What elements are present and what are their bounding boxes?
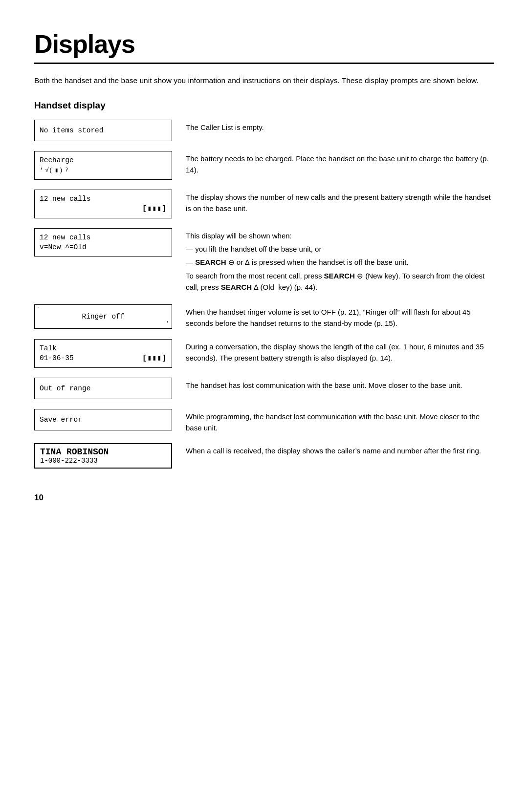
lcd-text-new-calls-2: 12 new calls: [40, 233, 167, 242]
lcd-caller-id: TINA ROBINSON 1-000-222-3333: [34, 443, 172, 469]
lcd-ringer-off: ` Ringer off ': [34, 304, 172, 329]
recharge-battery-symbol: ▮): [55, 166, 64, 175]
desc-nav-search-instructions: To search from the most recent call, pre…: [186, 270, 494, 293]
desc-new-calls-nav: This display will be shown when: — you l…: [186, 230, 494, 293]
recharge-icon-row: ' √( ▮) ʔ: [40, 166, 167, 175]
lcd-caller-number: 1-000-222-3333: [40, 457, 166, 465]
ringer-corner-tl: `: [37, 307, 41, 313]
desc-nav-dash2: — SEARCH ⊖ or ∆ is pressed when the hand…: [186, 256, 494, 268]
display-row-out-of-range: Out of range The handset has lost commun…: [34, 378, 494, 409]
recharge-bracket-open: √(: [45, 166, 53, 175]
display-row-new-calls-nav: 12 new calls v=New ^=Old This display wi…: [34, 228, 494, 304]
lcd-text-out-of-range: Out of range: [40, 384, 167, 393]
lcd-text-talk: Talk: [40, 343, 167, 353]
battery-bar-icon: [▮▮▮]: [142, 204, 167, 214]
lcd-caller-name: TINA ROBINSON: [40, 447, 166, 457]
lcd-text-nav-line: v=New ^=Old: [40, 242, 167, 252]
desc-new-calls-battery: The display shows the number of new call…: [186, 193, 491, 213]
desc-ringer-off: When the handset ringer volume is set to…: [186, 308, 471, 327]
intro-paragraph: Both the handset and the base unit show …: [34, 75, 494, 86]
section-title: Handset display: [34, 100, 494, 111]
lcd-save-error: Save error: [34, 409, 172, 430]
desc-no-items: The Caller List is empty.: [186, 123, 264, 131]
display-row-recharge: Recharge ' √( ▮) ʔ The battery needs to …: [34, 151, 494, 189]
ringer-corner-br: ': [166, 321, 169, 326]
search-bold-2: SEARCH: [324, 272, 355, 280]
lcd-new-calls-battery: 12 new calls [▮▮▮]: [34, 190, 172, 218]
battery-bar-talk: [▮▮▮]: [142, 353, 167, 363]
lcd-no-items: No items stored: [34, 120, 172, 141]
desc-out-of-range: The handset has lost communication with …: [186, 381, 462, 389]
search-bold-1: SEARCH: [195, 258, 226, 266]
recharge-symbol-left: ': [40, 167, 43, 175]
desc-caller-id: When a call is received, the display sho…: [186, 447, 481, 455]
display-row-no-items: No items stored The Caller List is empty…: [34, 120, 494, 151]
display-row-ringer-off: ` Ringer off ' When the handset ringer v…: [34, 304, 494, 339]
page-title: Displays: [34, 29, 494, 59]
lcd-out-of-range: Out of range: [34, 378, 172, 399]
lcd-text-recharge: Recharge: [40, 155, 167, 165]
desc-nav-intro: This display will be shown when:: [186, 230, 494, 241]
display-row-caller-id: TINA ROBINSON 1-000-222-3333 When a call…: [34, 443, 494, 478]
desc-recharge: The battery needs to be charged. Place t…: [186, 154, 489, 174]
desc-save-error: While programming, the handset lost comm…: [186, 412, 480, 432]
page-number: 10: [34, 493, 494, 503]
lcd-talk: Talk 01-06-35 [▮▮▮]: [34, 339, 172, 368]
lcd-text-save-error: Save error: [40, 415, 167, 425]
title-divider: [34, 63, 494, 64]
display-row-save-error: Save error While programming, the handse…: [34, 409, 494, 444]
lcd-battery-row: [▮▮▮]: [40, 204, 167, 214]
desc-talk: During a conversation, the display shows…: [186, 342, 484, 362]
lcd-recharge: Recharge ' √( ▮) ʔ: [34, 151, 172, 179]
displays-table: No items stored The Caller List is empty…: [34, 120, 494, 478]
display-row-new-calls-battery: 12 new calls [▮▮▮] The display shows the…: [34, 190, 494, 228]
lcd-text-no-items: No items stored: [40, 126, 167, 135]
desc-nav-dash1: — you lift the handset off the base unit…: [186, 243, 494, 255]
display-row-talk: Talk 01-06-35 [▮▮▮] During a conversatio…: [34, 339, 494, 378]
lcd-text-new-calls-1: 12 new calls: [40, 194, 167, 204]
lcd-timer-row: 01-06-35 [▮▮▮]: [40, 353, 167, 363]
search-bold-3: SEARCH: [221, 283, 252, 291]
lcd-timer-text: 01-06-35: [40, 353, 74, 363]
recharge-symbol-right: ʔ: [65, 167, 68, 174]
lcd-text-ringer: Ringer off: [82, 313, 124, 321]
lcd-new-calls-nav: 12 new calls v=New ^=Old: [34, 228, 172, 257]
